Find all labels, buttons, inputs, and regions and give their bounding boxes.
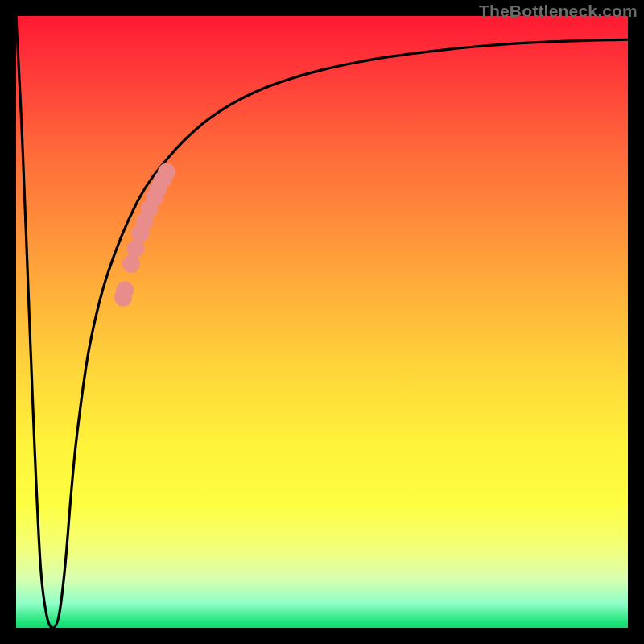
highlight-dot: [122, 255, 140, 273]
bottleneck-curve-path: [16, 16, 628, 628]
chart-frame: TheBottleneck.com: [0, 0, 644, 644]
bottleneck-curve: [16, 16, 628, 628]
highlight-dot: [126, 240, 144, 258]
highlight-dot: [116, 281, 134, 299]
highlight-dot: [158, 163, 175, 181]
plot-area: [16, 16, 628, 628]
watermark-text: TheBottleneck.com: [479, 2, 638, 21]
